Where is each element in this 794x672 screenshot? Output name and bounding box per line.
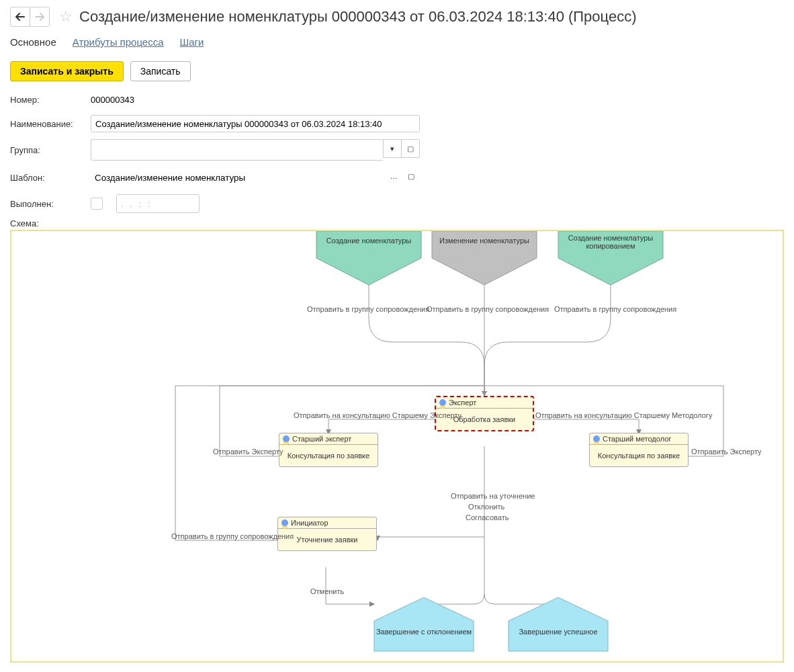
task-expert-role: Эксперт [449,398,476,407]
star-icon: ☆ [59,8,73,26]
arrow-right-icon [35,13,44,21]
edge-to-senior-expert: Отправить на консультацию Старшему Экспе… [294,411,461,419]
save-button[interactable]: Записать [130,61,191,81]
edge-cancel: Отменить [310,587,344,595]
end-fail-label: Завершение с отклонением [374,628,474,636]
group-open-button[interactable]: ▢ [402,139,420,158]
tab-main[interactable]: Основное [10,36,56,48]
favorite-button[interactable]: ☆ [56,7,75,26]
end-ok-label: Завершение успешное [509,628,608,636]
task-senior-met-title: Консультация по заявке [590,445,688,466]
person-icon [593,435,600,442]
tab-attrs[interactable]: Атрибуты процесса [73,36,164,48]
end-ok-node[interactable] [509,597,608,651]
schema-label: Схема: [10,218,784,228]
edge-support-2: Отправить в группу сопровождения [427,305,549,313]
done-date-field[interactable]: . . : : [116,194,200,213]
nav-forward-button[interactable] [30,7,50,27]
edge-support-3: Отправить в группу сопровождения [554,305,676,313]
group-label: Группа: [10,145,91,155]
start-change-label: Изменение номенклатуры [432,237,537,245]
task-senior-expert-role: Старший эксперт [292,435,351,443]
name-label: Наименование: [10,119,91,129]
edge-reject: Отклонить [468,503,504,511]
template-open-button[interactable]: ▢ [402,167,420,185]
end-fail-node[interactable] [374,597,474,651]
ellipsis-icon: … [390,172,398,180]
template-field[interactable] [91,167,385,187]
number-label: Номер: [10,95,91,105]
start-copy-label: Создание номенклатуры копированием [558,234,663,250]
arrow-left-icon [15,13,25,21]
edge-refine: Отправить на уточнение [451,492,535,500]
group-dropdown-button[interactable]: ▾ [383,139,402,158]
chevron-down-icon: ▾ [390,144,394,153]
name-field[interactable] [91,115,420,132]
edge-to-senior-met: Отправить на консультацию Старшему Метод… [535,411,712,419]
task-senior-methodologist[interactable]: Старший методолог Консультация по заявке [589,433,689,467]
tab-steps[interactable]: Шаги [180,36,204,48]
nav-back-button[interactable] [10,7,30,27]
done-checkbox[interactable] [91,198,103,210]
edge-initiator-support: Отправить в группу сопровождения [171,532,294,540]
start-create-label: Создание номенклатуры [316,237,421,245]
task-senior-met-role: Старший методолог [603,435,671,443]
done-label: Выполнен: [10,199,91,209]
group-field[interactable] [91,139,383,161]
task-initiator-role: Инициатор [291,519,328,527]
template-label: Шаблон: [10,173,91,183]
number-field[interactable] [91,91,178,108]
person-icon [283,435,290,442]
edge-support-1: Отправить в группу сопровождения [307,305,429,313]
open-icon: ▢ [407,144,414,153]
save-close-button[interactable]: Записать и закрыть [10,61,124,81]
template-ellipsis-button[interactable]: … [385,167,402,185]
page-title: Создание/изменение номенклатуры 00000034… [79,8,637,26]
edge-approve: Согласовать [466,513,509,521]
task-senior-expert-title: Консультация по заявке [279,445,378,466]
person-icon [439,399,446,406]
scheme-canvas[interactable]: Создание номенклатуры Изменение номенкла… [10,230,784,663]
open-icon: ▢ [408,172,414,181]
edge-to-expert-left: Отправить Эксперту [213,448,283,456]
person-icon [281,519,288,526]
task-senior-expert[interactable]: Старший эксперт Консультация по заявке [279,433,378,467]
edge-to-expert-right: Отправить Эксперту [691,448,762,456]
